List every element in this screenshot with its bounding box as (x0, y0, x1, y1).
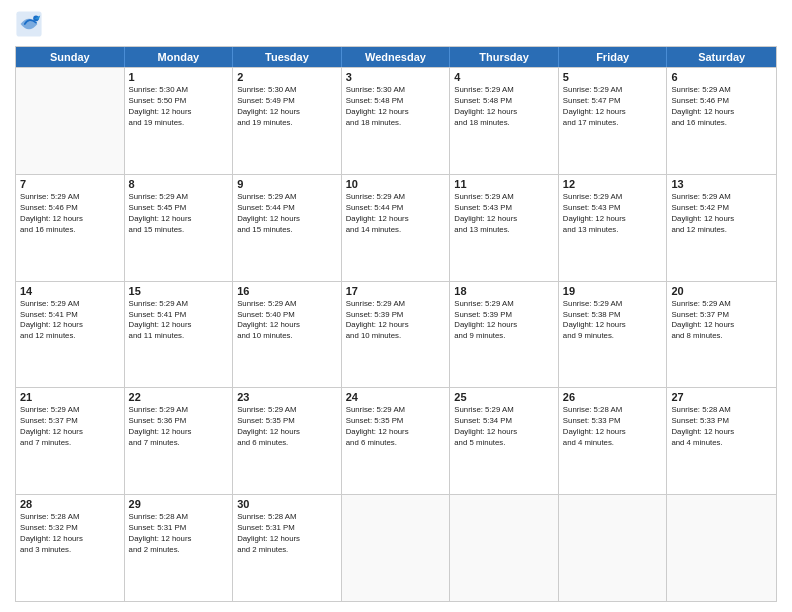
cell-info: Sunrise: 5:28 AMSunset: 5:33 PMDaylight:… (563, 405, 663, 449)
calendar-cell-16: 16Sunrise: 5:29 AMSunset: 5:40 PMDayligh… (233, 282, 342, 388)
calendar-cell-28: 28Sunrise: 5:28 AMSunset: 5:32 PMDayligh… (16, 495, 125, 601)
calendar-cell-14: 14Sunrise: 5:29 AMSunset: 5:41 PMDayligh… (16, 282, 125, 388)
day-number: 19 (563, 285, 663, 297)
cell-info: Sunrise: 5:29 AMSunset: 5:46 PMDaylight:… (671, 85, 772, 129)
calendar-cell-27: 27Sunrise: 5:28 AMSunset: 5:33 PMDayligh… (667, 388, 776, 494)
header-day-wednesday: Wednesday (342, 47, 451, 67)
calendar-cell-2: 2Sunrise: 5:30 AMSunset: 5:49 PMDaylight… (233, 68, 342, 174)
day-number: 4 (454, 71, 554, 83)
calendar-cell-3: 3Sunrise: 5:30 AMSunset: 5:48 PMDaylight… (342, 68, 451, 174)
calendar-row-5: 28Sunrise: 5:28 AMSunset: 5:32 PMDayligh… (16, 494, 776, 601)
day-number: 16 (237, 285, 337, 297)
calendar-cell-12: 12Sunrise: 5:29 AMSunset: 5:43 PMDayligh… (559, 175, 668, 281)
day-number: 8 (129, 178, 229, 190)
header-day-thursday: Thursday (450, 47, 559, 67)
header-day-sunday: Sunday (16, 47, 125, 67)
cell-info: Sunrise: 5:29 AMSunset: 5:48 PMDaylight:… (454, 85, 554, 129)
day-number: 5 (563, 71, 663, 83)
day-number: 30 (237, 498, 337, 510)
header-day-saturday: Saturday (667, 47, 776, 67)
day-number: 14 (20, 285, 120, 297)
cell-info: Sunrise: 5:28 AMSunset: 5:31 PMDaylight:… (237, 512, 337, 556)
day-number: 12 (563, 178, 663, 190)
header-day-monday: Monday (125, 47, 234, 67)
cell-info: Sunrise: 5:28 AMSunset: 5:32 PMDaylight:… (20, 512, 120, 556)
calendar-cell-10: 10Sunrise: 5:29 AMSunset: 5:44 PMDayligh… (342, 175, 451, 281)
calendar-cell-25: 25Sunrise: 5:29 AMSunset: 5:34 PMDayligh… (450, 388, 559, 494)
calendar: SundayMondayTuesdayWednesdayThursdayFrid… (15, 46, 777, 602)
cell-info: Sunrise: 5:29 AMSunset: 5:41 PMDaylight:… (20, 299, 120, 343)
day-number: 1 (129, 71, 229, 83)
calendar-cell-20: 20Sunrise: 5:29 AMSunset: 5:37 PMDayligh… (667, 282, 776, 388)
cell-info: Sunrise: 5:29 AMSunset: 5:35 PMDaylight:… (237, 405, 337, 449)
calendar-row-4: 21Sunrise: 5:29 AMSunset: 5:37 PMDayligh… (16, 387, 776, 494)
cell-info: Sunrise: 5:29 AMSunset: 5:39 PMDaylight:… (454, 299, 554, 343)
day-number: 23 (237, 391, 337, 403)
cell-info: Sunrise: 5:29 AMSunset: 5:37 PMDaylight:… (20, 405, 120, 449)
calendar-cell-18: 18Sunrise: 5:29 AMSunset: 5:39 PMDayligh… (450, 282, 559, 388)
day-number: 26 (563, 391, 663, 403)
calendar-cell-24: 24Sunrise: 5:29 AMSunset: 5:35 PMDayligh… (342, 388, 451, 494)
calendar-cell-22: 22Sunrise: 5:29 AMSunset: 5:36 PMDayligh… (125, 388, 234, 494)
day-number: 11 (454, 178, 554, 190)
calendar-cell-29: 29Sunrise: 5:28 AMSunset: 5:31 PMDayligh… (125, 495, 234, 601)
cell-info: Sunrise: 5:29 AMSunset: 5:44 PMDaylight:… (346, 192, 446, 236)
calendar-cell-19: 19Sunrise: 5:29 AMSunset: 5:38 PMDayligh… (559, 282, 668, 388)
calendar-cell-empty (559, 495, 668, 601)
cell-info: Sunrise: 5:30 AMSunset: 5:49 PMDaylight:… (237, 85, 337, 129)
cell-info: Sunrise: 5:29 AMSunset: 5:41 PMDaylight:… (129, 299, 229, 343)
day-number: 10 (346, 178, 446, 190)
calendar-cell-5: 5Sunrise: 5:29 AMSunset: 5:47 PMDaylight… (559, 68, 668, 174)
cell-info: Sunrise: 5:29 AMSunset: 5:44 PMDaylight:… (237, 192, 337, 236)
day-number: 25 (454, 391, 554, 403)
cell-info: Sunrise: 5:29 AMSunset: 5:43 PMDaylight:… (563, 192, 663, 236)
calendar-cell-8: 8Sunrise: 5:29 AMSunset: 5:45 PMDaylight… (125, 175, 234, 281)
cell-info: Sunrise: 5:29 AMSunset: 5:43 PMDaylight:… (454, 192, 554, 236)
cell-info: Sunrise: 5:29 AMSunset: 5:39 PMDaylight:… (346, 299, 446, 343)
header-day-tuesday: Tuesday (233, 47, 342, 67)
day-number: 27 (671, 391, 772, 403)
cell-info: Sunrise: 5:29 AMSunset: 5:35 PMDaylight:… (346, 405, 446, 449)
calendar-cell-6: 6Sunrise: 5:29 AMSunset: 5:46 PMDaylight… (667, 68, 776, 174)
calendar-cell-13: 13Sunrise: 5:29 AMSunset: 5:42 PMDayligh… (667, 175, 776, 281)
cell-info: Sunrise: 5:29 AMSunset: 5:47 PMDaylight:… (563, 85, 663, 129)
cell-info: Sunrise: 5:29 AMSunset: 5:36 PMDaylight:… (129, 405, 229, 449)
day-number: 28 (20, 498, 120, 510)
day-number: 9 (237, 178, 337, 190)
day-number: 18 (454, 285, 554, 297)
calendar-cell-7: 7Sunrise: 5:29 AMSunset: 5:46 PMDaylight… (16, 175, 125, 281)
cell-info: Sunrise: 5:29 AMSunset: 5:34 PMDaylight:… (454, 405, 554, 449)
day-number: 6 (671, 71, 772, 83)
calendar-cell-empty (342, 495, 451, 601)
cell-info: Sunrise: 5:30 AMSunset: 5:50 PMDaylight:… (129, 85, 229, 129)
day-number: 2 (237, 71, 337, 83)
calendar-cell-15: 15Sunrise: 5:29 AMSunset: 5:41 PMDayligh… (125, 282, 234, 388)
day-number: 17 (346, 285, 446, 297)
calendar-cell-23: 23Sunrise: 5:29 AMSunset: 5:35 PMDayligh… (233, 388, 342, 494)
calendar-cell-empty (16, 68, 125, 174)
calendar-cell-1: 1Sunrise: 5:30 AMSunset: 5:50 PMDaylight… (125, 68, 234, 174)
calendar-cell-11: 11Sunrise: 5:29 AMSunset: 5:43 PMDayligh… (450, 175, 559, 281)
calendar-row-2: 7Sunrise: 5:29 AMSunset: 5:46 PMDaylight… (16, 174, 776, 281)
calendar-cell-4: 4Sunrise: 5:29 AMSunset: 5:48 PMDaylight… (450, 68, 559, 174)
day-number: 29 (129, 498, 229, 510)
cell-info: Sunrise: 5:28 AMSunset: 5:33 PMDaylight:… (671, 405, 772, 449)
logo (15, 10, 47, 38)
calendar-body: 1Sunrise: 5:30 AMSunset: 5:50 PMDaylight… (16, 67, 776, 601)
day-number: 21 (20, 391, 120, 403)
day-number: 7 (20, 178, 120, 190)
cell-info: Sunrise: 5:29 AMSunset: 5:46 PMDaylight:… (20, 192, 120, 236)
day-number: 13 (671, 178, 772, 190)
cell-info: Sunrise: 5:29 AMSunset: 5:40 PMDaylight:… (237, 299, 337, 343)
calendar-cell-26: 26Sunrise: 5:28 AMSunset: 5:33 PMDayligh… (559, 388, 668, 494)
calendar-row-3: 14Sunrise: 5:29 AMSunset: 5:41 PMDayligh… (16, 281, 776, 388)
day-number: 20 (671, 285, 772, 297)
header (15, 10, 777, 38)
day-number: 15 (129, 285, 229, 297)
cell-info: Sunrise: 5:29 AMSunset: 5:38 PMDaylight:… (563, 299, 663, 343)
cell-info: Sunrise: 5:29 AMSunset: 5:45 PMDaylight:… (129, 192, 229, 236)
calendar-cell-17: 17Sunrise: 5:29 AMSunset: 5:39 PMDayligh… (342, 282, 451, 388)
day-number: 22 (129, 391, 229, 403)
calendar-cell-9: 9Sunrise: 5:29 AMSunset: 5:44 PMDaylight… (233, 175, 342, 281)
calendar-cell-21: 21Sunrise: 5:29 AMSunset: 5:37 PMDayligh… (16, 388, 125, 494)
